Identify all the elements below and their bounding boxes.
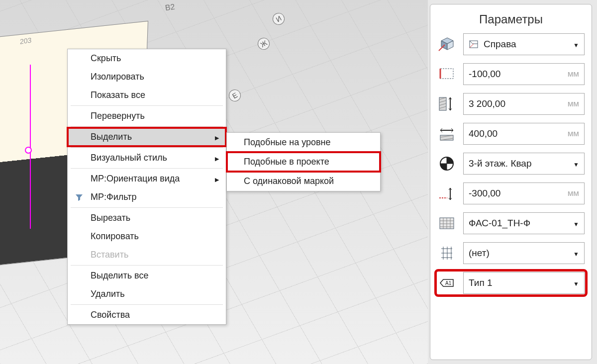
prop-offset-base: -300,00 мм [437, 182, 585, 204]
prop-width: 400,00 мм [437, 123, 585, 145]
separator [71, 126, 223, 127]
chevron-down-icon [573, 248, 579, 259]
properties-panel: Параметры Справа -100,00 мм [430, 4, 592, 360]
svg-text:A1: A1 [445, 280, 452, 286]
menu-visual-style[interactable]: Визуальный стиль [68, 149, 226, 167]
prop-level: 3-й этаж. Квар [437, 153, 585, 175]
menu-delete[interactable]: Удалить [68, 285, 226, 303]
menu-paste: Вставить [68, 246, 226, 264]
menu-mp-filter[interactable]: MP:Фильтр [68, 188, 226, 206]
context-menu: Скрыть Изолировать Показать все Переверн… [67, 49, 226, 325]
separator [71, 147, 223, 148]
menu-cut[interactable]: Вырезать [68, 209, 226, 227]
prop-height-input[interactable]: 3 200,00 мм [463, 93, 585, 115]
prop-offset-top-input[interactable]: -100,00 мм [463, 63, 585, 85]
prop-width-input[interactable]: 400,00 мм [463, 123, 585, 145]
chevron-down-icon [573, 218, 579, 229]
filter-icon [75, 193, 84, 202]
menu-select[interactable]: Выделить [68, 128, 226, 146]
menu-copy[interactable]: Копировать [68, 227, 226, 246]
separator [71, 304, 223, 305]
prop-offset-base-input[interactable]: -300,00 мм [463, 182, 585, 204]
room-label: 203 [20, 36, 31, 45]
prop-type-dropdown[interactable]: Тип 1 [463, 272, 585, 294]
submenu-same-mark[interactable]: С одинаковой маркой [227, 172, 380, 191]
prop-side-dropdown[interactable]: Справа [463, 33, 585, 55]
submenu-arrow-icon [215, 153, 219, 163]
menu-hide[interactable]: Скрыть [68, 49, 226, 68]
cube-side-icon [437, 35, 456, 54]
separator [71, 265, 223, 266]
side-glyph-icon [469, 39, 480, 50]
prop-offset-top: -100,00 мм [437, 63, 585, 85]
prop-side: Справа [437, 33, 585, 55]
prop-pattern-dropdown[interactable]: ФАС-01_ТН-Ф [463, 212, 585, 234]
chevron-down-icon [573, 39, 579, 50]
tag-icon: A1 [437, 273, 456, 292]
submenu-arrow-icon [215, 132, 219, 142]
svg-rect-2 [440, 69, 453, 79]
hatch-pattern-icon [437, 214, 456, 233]
prop-grid-dropdown[interactable]: (нет) [463, 242, 585, 264]
selection-anchor[interactable] [25, 147, 32, 154]
submenu-similar-in-project[interactable]: Подобные в проекте [227, 152, 380, 172]
prop-pattern: ФАС-01_ТН-Ф [437, 212, 585, 234]
menu-mp-orientation[interactable]: MP:Ориентация вида [68, 170, 226, 188]
menu-flip[interactable]: Перевернуть [68, 107, 226, 125]
hatch-height-icon [437, 94, 456, 113]
submenu-similar-on-level[interactable]: Подобные на уровне [227, 133, 380, 152]
separator [71, 105, 223, 106]
prop-type: A1 Тип 1 [437, 272, 585, 294]
offset-base-icon [437, 184, 456, 203]
menu-isolate[interactable]: Изолировать [68, 68, 226, 86]
prop-grid: (нет) [437, 242, 585, 264]
prop-height: 3 200,00 мм [437, 93, 585, 115]
chevron-down-icon [573, 158, 579, 169]
menu-properties[interactable]: Свойства [68, 306, 226, 324]
select-submenu: Подобные на уровне Подобные в проекте С … [226, 132, 381, 191]
menu-select-all[interactable]: Выделить все [68, 267, 226, 285]
panel-title: Параметры [437, 9, 585, 33]
menu-show-all[interactable]: Показать все [68, 86, 226, 104]
axis-dimension-text: B2 [165, 2, 176, 13]
separator [71, 168, 223, 169]
separator [71, 207, 223, 208]
width-icon [437, 124, 456, 143]
offset-top-icon [437, 65, 456, 84]
chevron-down-icon [573, 277, 579, 288]
level-icon [437, 154, 456, 173]
grid-icon [437, 244, 456, 263]
submenu-arrow-icon [215, 174, 219, 184]
prop-level-dropdown[interactable]: 3-й этаж. Квар [463, 153, 585, 175]
